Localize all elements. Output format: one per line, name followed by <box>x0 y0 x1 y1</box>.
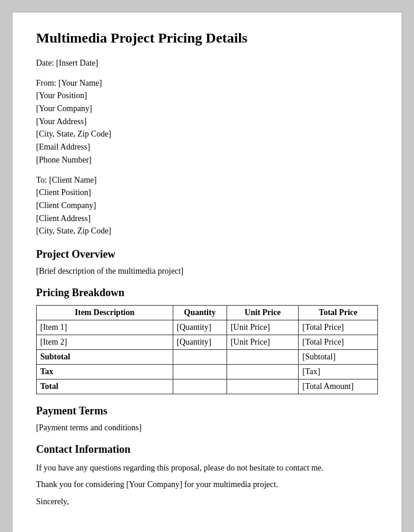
table-header-row: Item Description Quantity Unit Price Tot… <box>37 305 378 320</box>
from-line: [Email Address] <box>36 141 378 154</box>
from-line: [City, State, Zip Code] <box>36 128 378 141</box>
project-overview-heading: Project Overview <box>36 248 378 261</box>
from-line: [Phone Number] <box>36 154 378 167</box>
table-cell: [Quantity] <box>173 335 227 349</box>
to-block: To: [Client Name][Client Position][Clien… <box>36 174 378 238</box>
contact-line1: If you have any questions regarding this… <box>36 462 378 475</box>
to-line: [Client Address] <box>36 212 378 225</box>
col-header-item: Item Description <box>37 305 173 320</box>
payment-terms-text: [Payment terms and conditions] <box>36 423 378 433</box>
summary-empty1 <box>173 379 227 394</box>
summary-row: Total[Total Amount] <box>37 379 378 394</box>
date-block: Date: [Insert Date] <box>36 57 378 70</box>
date-text: Date: [Insert Date] <box>36 57 378 70</box>
contact-heading: Contact Information <box>36 443 378 456</box>
col-header-qty: Quantity <box>173 305 227 320</box>
to-line: To: [Client Name] <box>36 174 378 187</box>
summary-empty1 <box>173 349 227 364</box>
summary-empty1 <box>173 364 227 379</box>
summary-value: [Total Amount] <box>299 379 378 394</box>
page-container: Multimedia Project Pricing Details Date:… <box>12 12 402 532</box>
table-cell: [Unit Price] <box>227 320 298 335</box>
pricing-breakdown-heading: Pricing Breakdown <box>36 287 378 299</box>
summary-label: Subtotal <box>37 349 173 364</box>
project-overview-text: [Brief description of the multimedia pro… <box>36 267 378 276</box>
payment-terms-heading: Payment Terms <box>36 405 378 417</box>
from-block: From: [Your Name][Your Position][Your Co… <box>36 77 378 167</box>
table-cell: [Quantity] <box>173 320 227 335</box>
summary-label: Tax <box>37 364 173 379</box>
main-title: Multimedia Project Pricing Details <box>36 30 378 46</box>
col-header-unit: Unit Price <box>227 305 298 320</box>
table-cell: [Unit Price] <box>227 335 298 349</box>
sign-label: Sincerely, <box>36 495 378 508</box>
from-line: [Your Address] <box>36 115 378 128</box>
table-row: [Item 1][Quantity][Unit Price][Total Pri… <box>37 320 378 335</box>
from-line: From: [Your Name] <box>36 77 378 90</box>
table-cell: [Item 2] <box>37 335 173 349</box>
table-cell: [Total Price] <box>299 320 378 335</box>
to-line: [Client Company] <box>36 199 378 212</box>
pricing-table: Item Description Quantity Unit Price Tot… <box>36 305 378 394</box>
to-line: [Client Position] <box>36 186 378 199</box>
summary-empty2 <box>227 379 298 394</box>
table-row: [Item 2][Quantity][Unit Price][Total Pri… <box>37 335 378 349</box>
summary-value: [Tax] <box>299 364 378 379</box>
table-cell: [Total Price] <box>299 335 378 349</box>
to-line: [City, State, Zip Code] <box>36 225 378 238</box>
summary-row: Tax[Tax] <box>37 364 378 379</box>
summary-empty2 <box>227 364 298 379</box>
col-header-total: Total Price <box>299 305 378 320</box>
summary-row: Subtotal[Subtotal] <box>37 349 378 364</box>
summary-value: [Subtotal] <box>299 349 378 364</box>
table-cell: [Item 1] <box>37 320 173 335</box>
summary-empty2 <box>227 349 298 364</box>
summary-label: Total <box>37 379 173 394</box>
from-line: [Your Position] <box>36 89 378 102</box>
from-line: [Your Company] <box>36 102 378 115</box>
contact-line2: Thank you for considering [Your Company]… <box>36 478 378 491</box>
